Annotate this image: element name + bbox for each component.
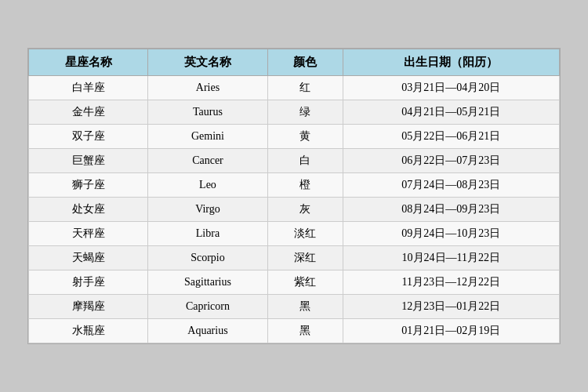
cell-dates: 08月24日—09月23日 [343, 198, 559, 222]
table-row: 射手座Sagittarius紫红11月23日—12月22日 [29, 270, 560, 295]
cell-dates: 01月21日—02月19日 [343, 319, 559, 343]
cell-english-name: Virgo [148, 198, 267, 222]
cell-chinese-name: 巨蟹座 [29, 149, 148, 173]
table-row: 天秤座Libra淡红09月24日—10月23日 [29, 222, 560, 246]
table-row: 金牛座Taurus绿04月21日—05月21日 [29, 100, 560, 125]
cell-color: 橙 [267, 173, 343, 198]
cell-english-name: Aries [148, 76, 267, 100]
cell-dates: 12月23日—01月22日 [343, 295, 559, 319]
header-color: 颜色 [267, 49, 343, 76]
cell-english-name: Taurus [148, 100, 267, 125]
table-row: 摩羯座Capricorn黑12月23日—01月22日 [29, 295, 560, 319]
cell-dates: 06月22日—07月23日 [343, 149, 559, 173]
table-header-row: 星座名称 英文名称 颜色 出生日期（阳历） [29, 49, 560, 76]
cell-chinese-name: 天秤座 [29, 222, 148, 246]
cell-english-name: Libra [148, 222, 267, 246]
cell-english-name: Cancer [148, 149, 267, 173]
cell-chinese-name: 射手座 [29, 270, 148, 295]
table-row: 处女座Virgo灰08月24日—09月23日 [29, 198, 560, 222]
cell-english-name: Scorpio [148, 246, 267, 270]
cell-dates: 10月24日—11月22日 [343, 246, 559, 270]
cell-chinese-name: 白羊座 [29, 76, 148, 100]
cell-chinese-name: 摩羯座 [29, 295, 148, 319]
cell-dates: 04月21日—05月21日 [343, 100, 559, 125]
cell-english-name: Leo [148, 173, 267, 198]
cell-english-name: Aquarius [148, 319, 267, 343]
cell-color: 红 [267, 76, 343, 100]
cell-color: 淡红 [267, 222, 343, 246]
cell-dates: 11月23日—12月22日 [343, 270, 559, 295]
cell-dates: 07月24日—08月23日 [343, 173, 559, 198]
cell-color: 灰 [267, 198, 343, 222]
cell-english-name: Gemini [148, 125, 267, 149]
zodiac-table: 星座名称 英文名称 颜色 出生日期（阳历） 白羊座Aries红03月21日—04… [28, 49, 560, 343]
table-row: 巨蟹座Cancer白06月22日—07月23日 [29, 149, 560, 173]
cell-color: 白 [267, 149, 343, 173]
table-row: 白羊座Aries红03月21日—04月20日 [29, 76, 560, 100]
cell-color: 绿 [267, 100, 343, 125]
cell-dates: 09月24日—10月23日 [343, 222, 559, 246]
header-dates: 出生日期（阳历） [343, 49, 559, 76]
cell-dates: 03月21日—04月20日 [343, 76, 559, 100]
cell-color: 黄 [267, 125, 343, 149]
cell-chinese-name: 水瓶座 [29, 319, 148, 343]
cell-chinese-name: 狮子座 [29, 173, 148, 198]
table-row: 狮子座Leo橙07月24日—08月23日 [29, 173, 560, 198]
header-chinese-name: 星座名称 [29, 49, 148, 76]
table-row: 天蝎座Scorpio深红10月24日—11月22日 [29, 246, 560, 270]
cell-color: 黑 [267, 319, 343, 343]
cell-chinese-name: 天蝎座 [29, 246, 148, 270]
table-row: 水瓶座Aquarius黑01月21日—02月19日 [29, 319, 560, 343]
table-row: 双子座Gemini黄05月22日—06月21日 [29, 125, 560, 149]
cell-color: 黑 [267, 295, 343, 319]
cell-english-name: Sagittarius [148, 270, 267, 295]
cell-dates: 05月22日—06月21日 [343, 125, 559, 149]
cell-chinese-name: 处女座 [29, 198, 148, 222]
zodiac-table-container: 星座名称 英文名称 颜色 出生日期（阳历） 白羊座Aries红03月21日—04… [27, 48, 561, 344]
cell-chinese-name: 金牛座 [29, 100, 148, 125]
cell-english-name: Capricorn [148, 295, 267, 319]
table-body: 白羊座Aries红03月21日—04月20日金牛座Taurus绿04月21日—0… [29, 76, 560, 343]
header-english-name: 英文名称 [148, 49, 267, 76]
cell-chinese-name: 双子座 [29, 125, 148, 149]
cell-color: 深红 [267, 246, 343, 270]
cell-color: 紫红 [267, 270, 343, 295]
